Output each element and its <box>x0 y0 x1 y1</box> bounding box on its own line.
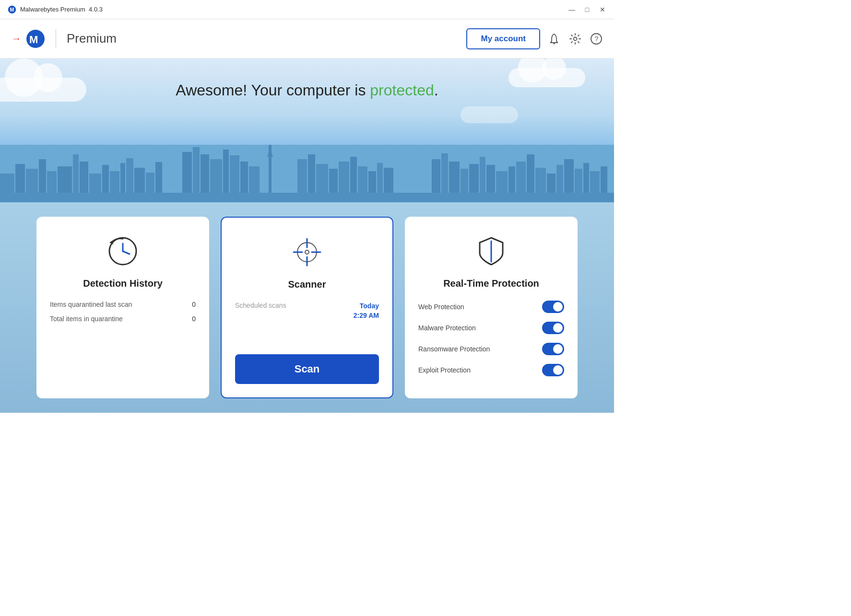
minimize-button[interactable]: — <box>568 6 576 13</box>
svg-text:M: M <box>10 6 14 12</box>
app-logo-small: M <box>8 5 16 14</box>
detection-history-icon <box>104 232 142 270</box>
exploit-protection-toggle[interactable] <box>542 364 564 376</box>
help-button[interactable]: ? <box>590 33 603 45</box>
svg-point-74 <box>305 250 309 254</box>
protection-row-exploit: Exploit Protection <box>418 364 564 376</box>
ransomware-protection-label: Ransomware Protection <box>418 345 490 353</box>
notifications-button[interactable] <box>548 33 560 45</box>
scanner-content: Scheduled scans Today2:29 AM Scan <box>235 302 379 384</box>
stat-value: 0 <box>192 315 196 323</box>
scheduled-row: Scheduled scans Today2:29 AM <box>235 302 379 320</box>
city-skyline <box>0 145 614 202</box>
stat-row-quarantined-last: Items quarantined last scan 0 <box>50 301 196 308</box>
svg-point-5 <box>574 37 577 40</box>
app-header: → M Premium My account ? <box>0 19 614 58</box>
scheduled-label: Scheduled scans <box>235 302 286 309</box>
real-time-protection-card: Real-Time Protection Web Protection Malw… <box>405 217 578 398</box>
stat-row-quarantined-total: Total items in quarantine 0 <box>50 315 196 323</box>
scanner-card: Scanner Scheduled scans Today2:29 AM Sca… <box>221 217 393 398</box>
stat-label: Total items in quarantine <box>50 315 123 323</box>
web-protection-toggle[interactable] <box>542 301 564 313</box>
malware-protection-label: Malware Protection <box>418 324 476 332</box>
title-bar: M Malwarebytes Premium 4.0.3 — □ ✕ <box>0 0 614 19</box>
header-icons: ? <box>548 33 603 45</box>
scan-button[interactable]: Scan <box>235 354 379 384</box>
settings-button[interactable] <box>569 33 581 45</box>
protection-row-web: Web Protection <box>418 301 564 313</box>
scanner-icon <box>288 233 326 271</box>
svg-line-67 <box>123 251 130 254</box>
malware-protection-toggle[interactable] <box>542 322 564 334</box>
scanner-title: Scanner <box>288 279 326 290</box>
window-controls: — □ ✕ <box>568 6 606 13</box>
gear-icon <box>569 33 581 45</box>
app-name-label: Premium <box>67 31 117 46</box>
cards-section: Detection History Items quarantined last… <box>0 202 614 413</box>
cloud-1 <box>0 78 86 102</box>
help-icon: ? <box>590 33 603 45</box>
web-protection-label: Web Protection <box>418 303 464 311</box>
detection-history-title: Detection History <box>83 278 163 289</box>
my-account-button[interactable]: My account <box>466 28 540 49</box>
malwarebytes-logo: M <box>26 29 45 48</box>
svg-point-4 <box>554 43 555 44</box>
hero-prefix: Awesome! Your computer is <box>176 81 370 99</box>
close-button[interactable]: ✕ <box>599 6 606 13</box>
protection-row-ransomware: Ransomware Protection <box>418 343 564 355</box>
protection-rows: Web Protection Malware Protection Ransom… <box>418 301 564 385</box>
svg-text:M: M <box>29 34 38 46</box>
svg-text:?: ? <box>595 35 599 43</box>
hero-highlight: protected <box>370 81 434 99</box>
exploit-protection-label: Exploit Protection <box>418 366 471 374</box>
cloud-3 <box>461 106 518 123</box>
hero-suffix: . <box>434 81 438 99</box>
real-time-protection-title: Real-Time Protection <box>443 278 539 289</box>
hero-section: Awesome! Your computer is protected. <box>0 58 614 202</box>
logo-arrow-icon: → <box>12 33 21 44</box>
cloud-2 <box>508 68 585 87</box>
svg-rect-64 <box>0 193 614 202</box>
bell-icon <box>548 33 560 45</box>
stat-label: Items quarantined last scan <box>50 301 132 308</box>
title-bar-text: Malwarebytes Premium 4.0.3 <box>20 6 568 13</box>
maximize-button[interactable]: □ <box>583 6 591 13</box>
protection-row-malware: Malware Protection <box>418 322 564 334</box>
scheduled-time: Today2:29 AM <box>354 302 379 320</box>
ransomware-protection-toggle[interactable] <box>542 343 564 355</box>
stat-value: 0 <box>192 301 196 308</box>
detection-history-card: Detection History Items quarantined last… <box>36 217 209 398</box>
real-time-protection-icon <box>472 232 510 270</box>
hero-message: Awesome! Your computer is protected. <box>176 81 438 99</box>
app-logo: → M Premium <box>12 29 117 48</box>
logo-divider <box>56 29 56 48</box>
